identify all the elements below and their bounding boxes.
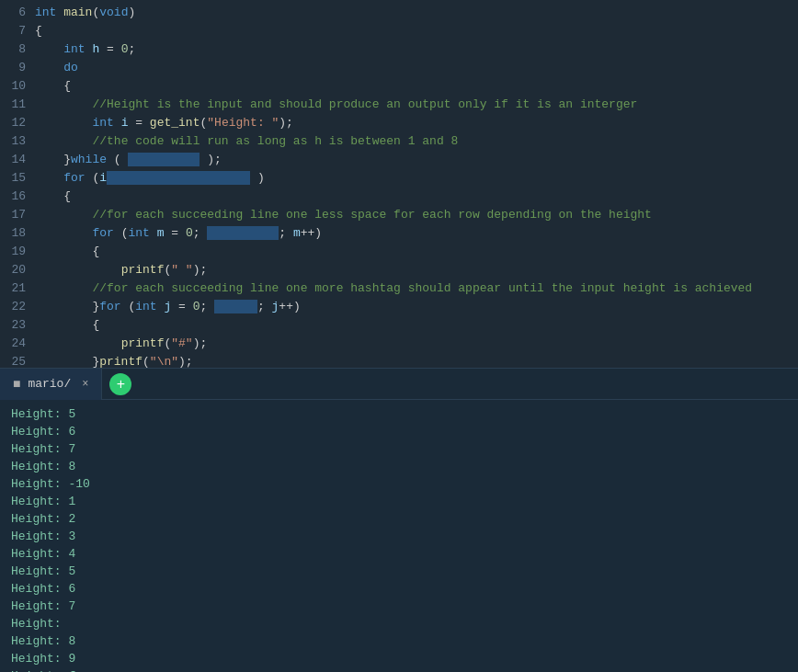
code-line: 15 for (i ) (0, 169, 798, 188)
code-line: 6int main(void) (0, 4, 798, 22)
line-content: //for each succeeding line one more hash… (35, 279, 798, 298)
terminal-line: Height: 6 (11, 423, 787, 440)
line-content: int main(void) (35, 4, 798, 22)
line-number: 14 (0, 151, 35, 169)
terminal-line: Height: 5 (11, 563, 787, 580)
terminal-output: Height: 5Height: 6Height: 7Height: 8Heig… (0, 400, 798, 672)
line-number: 15 (0, 169, 35, 188)
code-line: 18 for (int m = 0; ; m++) (0, 224, 798, 243)
line-content: //for each succeeding line one less spac… (35, 206, 798, 224)
line-number: 17 (0, 206, 35, 224)
terminal-line: Height: 5 (11, 405, 787, 423)
code-line: 7{ (0, 22, 798, 40)
terminal-line: Height: 7 (11, 440, 787, 458)
terminal-line: Height: foo (11, 667, 787, 672)
terminal-close-button[interactable]: × (82, 378, 88, 391)
terminal-line: Height: 6 (11, 580, 787, 598)
code-line: 20 printf(" "); (0, 261, 798, 279)
line-number: 25 (0, 353, 35, 368)
line-number: 6 (0, 4, 35, 22)
line-content: int h = 0; (35, 40, 798, 59)
code-line: 22 }for (int j = 0; ; j++) (0, 298, 798, 316)
line-content: }for (int j = 0; ; j++) (35, 298, 798, 316)
code-editor[interactable]: 6int main(void)7{8 int h = 0;9 do10 {11 … (0, 0, 798, 368)
line-number: 9 (0, 59, 35, 77)
terminal-line: Height: -10 (11, 475, 787, 493)
terminal-line: Height: 7 (11, 598, 787, 615)
code-line: 9 do (0, 59, 798, 77)
line-number: 12 (0, 114, 35, 132)
line-number: 24 (0, 335, 35, 353)
line-number: 22 (0, 298, 35, 316)
code-line: 23 { (0, 316, 798, 335)
line-content: { (35, 22, 798, 40)
terminal-line: Height: (11, 615, 787, 632)
code-line: 14 }while ( ); (0, 151, 798, 169)
terminal-container: ■ mario/ × + Height: 5Height: 6Height: 7… (0, 368, 798, 672)
terminal-add-button[interactable]: + (109, 373, 131, 395)
line-number: 8 (0, 40, 35, 59)
code-lines: 6int main(void)7{8 int h = 0;9 do10 {11 … (0, 0, 798, 368)
code-line: 12 int i = get_int("Height: "); (0, 114, 798, 132)
code-line: 17 //for each succeeding line one less s… (0, 206, 798, 224)
code-line: 24 printf("#"); (0, 335, 798, 353)
line-number: 20 (0, 261, 35, 279)
line-number: 16 (0, 188, 35, 206)
code-line: 11 //Height is the input and should prod… (0, 96, 798, 114)
line-number: 21 (0, 279, 35, 298)
code-line: 16 { (0, 188, 798, 206)
line-content: //Height is the input and should produce… (35, 96, 798, 114)
terminal-line: Height: 3 (11, 528, 787, 545)
terminal-tab[interactable]: ■ mario/ × (0, 369, 102, 400)
line-content: printf("#"); (35, 335, 798, 353)
line-number: 10 (0, 77, 35, 96)
terminal-line: Height: 1 (11, 493, 787, 510)
code-line: 19 { (0, 243, 798, 261)
code-line: 13 //the code will run as long as h is b… (0, 132, 798, 151)
line-number: 23 (0, 316, 35, 335)
line-number: 18 (0, 224, 35, 243)
line-content: printf(" "); (35, 261, 798, 279)
terminal-tabs: ■ mario/ × + (0, 369, 798, 400)
line-number: 11 (0, 96, 35, 114)
terminal-line: Height: 4 (11, 545, 787, 563)
terminal-tab-label: mario/ (28, 377, 71, 391)
code-line: 21 //for each succeeding line one more h… (0, 279, 798, 298)
line-number: 19 (0, 243, 35, 261)
terminal-icon: ■ (13, 377, 20, 392)
code-line: 25 }printf("\n"); (0, 353, 798, 368)
line-content: do (35, 59, 798, 77)
line-content: //the code will run as long as h is betw… (35, 132, 798, 151)
line-content: { (35, 188, 798, 206)
line-number: 7 (0, 22, 35, 40)
line-content: { (35, 243, 798, 261)
terminal-line: Height: 9 (11, 650, 787, 667)
terminal-line: Height: 2 (11, 510, 787, 528)
line-content: for (int m = 0; ; m++) (35, 224, 798, 243)
line-content: }printf("\n"); (35, 353, 798, 368)
code-line: 10 { (0, 77, 798, 96)
line-content: for (i ) (35, 169, 798, 188)
line-content: { (35, 77, 798, 96)
terminal-line: Height: 8 (11, 458, 787, 475)
line-content: }while ( ); (35, 151, 798, 169)
line-content: int i = get_int("Height: "); (35, 114, 798, 132)
code-line: 8 int h = 0; (0, 40, 798, 59)
line-number: 13 (0, 132, 35, 151)
line-content: { (35, 316, 798, 335)
terminal-line: Height: 8 (11, 632, 787, 650)
